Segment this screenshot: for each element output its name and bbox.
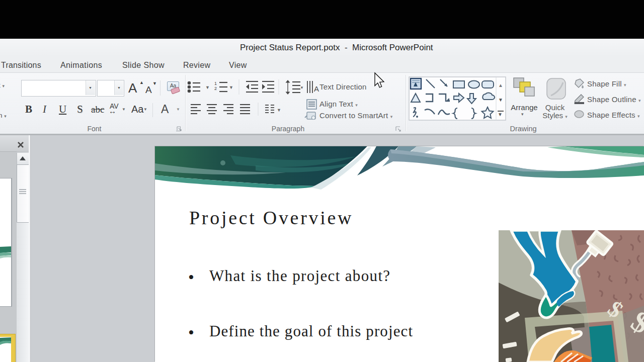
svg-text:▼: ▼ <box>277 108 281 113</box>
svg-text:▼: ▼ <box>205 85 210 90</box>
svg-text:▼: ▼ <box>229 85 233 90</box>
svg-text:2: 2 <box>214 86 217 91</box>
svg-text:▲: ▲ <box>498 82 503 88</box>
svg-text:▼: ▼ <box>300 85 304 90</box>
svg-text:▼: ▼ <box>498 97 503 103</box>
svg-text:A: A <box>314 84 319 93</box>
svg-text:▼: ▼ <box>498 112 503 117</box>
svg-text:1: 1 <box>214 81 217 86</box>
